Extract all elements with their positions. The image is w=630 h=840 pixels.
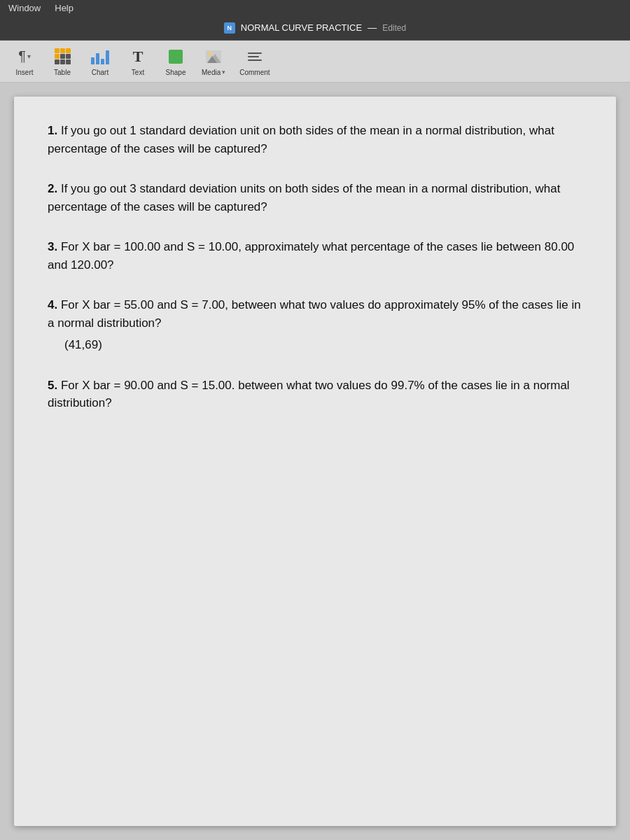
menu-window[interactable]: Window	[8, 3, 41, 13]
comment-lines-icon	[248, 52, 262, 61]
text-icon: T	[128, 47, 148, 66]
media-label: Media	[202, 69, 220, 76]
title-bar: N NORMAL CURVE PRACTICE — Edited	[0, 15, 630, 41]
media-chevron-icon: ▾	[222, 69, 225, 76]
table-button[interactable]: Table	[45, 43, 80, 80]
document-content: 1. If you go out 1 standard deviation un…	[0, 83, 630, 840]
insert-label: Insert	[15, 69, 33, 76]
title-separator: —	[368, 22, 377, 33]
shape-label: Shape	[166, 69, 186, 76]
question-1: 1. If you go out 1 standard deviation un…	[48, 122, 582, 158]
question-2-text: If you go out 3 standard deviation units…	[48, 182, 560, 214]
shape-button[interactable]: Shape	[158, 43, 193, 80]
media-button[interactable]: Media ▾	[196, 43, 231, 80]
chart-bars-icon	[91, 49, 109, 64]
chart-label: Chart	[92, 69, 108, 76]
comment-label: Comment	[239, 69, 270, 76]
toolbar: ¶▾ Insert Table	[0, 41, 630, 83]
question-2: 2. If you go out 3 standard deviation un…	[48, 180, 582, 216]
shape-icon	[166, 47, 186, 66]
insert-button[interactable]: ¶▾ Insert	[7, 43, 42, 80]
menu-bar: Window Help	[0, 0, 630, 15]
doc-icon: N	[224, 22, 235, 34]
table-grid-icon	[55, 48, 71, 64]
question-5-text: For X bar = 90.00 and S = 15.00. between…	[48, 379, 570, 410]
chart-button[interactable]: Chart	[83, 43, 118, 80]
insert-chevron-icon: ▾	[27, 52, 31, 60]
question-1-text: If you go out 1 standard deviation unit …	[48, 124, 554, 155]
question-4: 4. For X bar = 55.00 and S = 7.00, betwe…	[48, 296, 582, 354]
question-3: 3. For X bar = 100.00 and S = 10.00, app…	[48, 238, 582, 274]
chart-icon	[90, 47, 110, 66]
question-4-text: For X bar = 55.00 and S = 7.00, between …	[48, 298, 581, 330]
text-label: Text	[132, 69, 144, 76]
question-5: 5. For X bar = 90.00 and S = 15.00. betw…	[48, 377, 582, 412]
question-4-number: 4.	[48, 298, 57, 312]
comment-icon	[245, 47, 265, 66]
comment-button[interactable]: Comment	[234, 43, 275, 80]
document-title: N NORMAL CURVE PRACTICE — Edited	[224, 22, 406, 34]
question-1-number: 1.	[48, 124, 57, 137]
shape-square-icon	[169, 50, 183, 64]
text-button[interactable]: T Text	[120, 43, 155, 80]
question-2-number: 2.	[48, 182, 57, 195]
title-text: NORMAL CURVE PRACTICE	[241, 22, 362, 33]
question-3-number: 3.	[48, 240, 57, 253]
question-4-answer: (41,69)	[48, 336, 582, 354]
document-page[interactable]: 1. If you go out 1 standard deviation un…	[14, 97, 616, 826]
question-3-text: For X bar = 100.00 and S = 10.00, approx…	[48, 240, 574, 272]
insert-icon: ¶▾	[15, 47, 34, 66]
text-letter-icon: T	[133, 48, 144, 66]
menu-help[interactable]: Help	[55, 3, 74, 13]
edited-badge: Edited	[382, 23, 406, 33]
question-5-number: 5.	[48, 379, 57, 392]
table-label: Table	[54, 69, 71, 76]
media-icon	[204, 47, 223, 66]
table-icon	[52, 47, 72, 66]
media-image-icon	[206, 50, 221, 63]
